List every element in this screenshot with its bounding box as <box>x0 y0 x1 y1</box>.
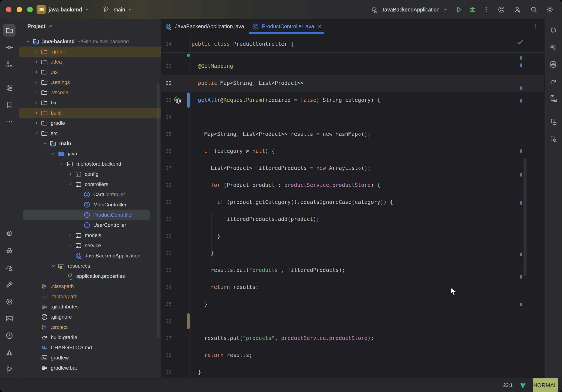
tree-item-resources[interactable]: resources <box>19 261 161 271</box>
tree-item-gradlew.bat[interactable]: gradlew.bat <box>19 363 161 373</box>
tree-item-.nx[interactable]: .nx <box>19 67 161 77</box>
branch-widget[interactable]: main <box>98 3 136 16</box>
tree-expand-icon[interactable] <box>23 39 32 44</box>
tree-expand-icon[interactable] <box>32 59 41 64</box>
tree-expand-icon[interactable] <box>32 90 41 95</box>
tree-expand-icon[interactable] <box>66 233 75 238</box>
tree-item-.vscode[interactable]: .vscode <box>19 87 161 98</box>
tab-options-icon[interactable]: ⋮ <box>532 23 539 30</box>
error-stripe-mark[interactable] <box>520 201 522 205</box>
code-line-23[interactable]: 23 getAll(@RequestParam(required = false… <box>161 92 544 109</box>
error-stripe-mark[interactable] <box>520 303 522 306</box>
close-tab-icon[interactable]: × <box>318 23 321 30</box>
tree-item-.project[interactable]: .project <box>19 322 161 332</box>
tree-item-bin[interactable]: bin <box>19 98 161 108</box>
tree-item-java[interactable]: java <box>19 149 161 159</box>
tree-expand-icon[interactable] <box>32 80 41 85</box>
code-line-14[interactable]: 14 public class ProductController { <box>161 36 544 53</box>
settings-icon[interactable] <box>545 5 555 14</box>
running-devices-icon[interactable] <box>547 92 560 105</box>
tree-item-CHANGELOG.md[interactable]: M CHANGELOG.md <box>19 343 161 353</box>
code-line-22[interactable]: 22 public Map<String, List<Product>> <box>161 75 544 92</box>
device-explorer-icon[interactable] <box>547 133 560 145</box>
error-stripe-mark[interactable] <box>520 56 522 60</box>
run-configuration-widget[interactable]: JavaBackendApplication <box>366 3 450 16</box>
tree-item-JavaBackendApplication[interactable]: JavaBackendApplication <box>19 251 161 261</box>
code-with-me-icon[interactable] <box>513 5 522 14</box>
tree-item-service[interactable]: service <box>19 240 161 251</box>
code-line-28[interactable]: 28 for (Product product : productService… <box>161 177 544 194</box>
tree-item-ProductController[interactable]: C ProductController <box>19 210 161 220</box>
tree-expand-icon[interactable] <box>66 243 75 248</box>
tree-expand-icon[interactable] <box>41 141 49 146</box>
tree-item-.gradle[interactable]: .gradle <box>19 47 161 57</box>
tree-item-MainController[interactable]: C MainController <box>19 200 161 210</box>
tree-expand-icon[interactable] <box>32 110 41 115</box>
code-line-29[interactable]: 29 if (product.getCategory().equalsIgnor… <box>161 194 544 211</box>
tree-item-.classpath[interactable]: .classpath <box>19 281 161 291</box>
tree-expand-icon[interactable] <box>32 121 41 125</box>
code-line-34[interactable]: 34 return results; <box>161 279 544 296</box>
tree-expand-icon[interactable] <box>32 49 41 54</box>
project-widget[interactable]: JB java-backend <box>34 3 93 16</box>
tree-item-.gitignore[interactable]: .gitignore <box>19 312 161 322</box>
caret-position[interactable]: 22:1 <box>503 382 513 388</box>
error-stripe-mark[interactable] <box>520 149 522 153</box>
terminal-tool-icon[interactable] <box>3 312 15 325</box>
run-button[interactable] <box>454 5 464 14</box>
code-line-36[interactable]: 36 <box>161 313 544 330</box>
tree-item-UserController[interactable]: C UserController <box>19 220 161 230</box>
problems-tool-icon[interactable] <box>3 330 15 342</box>
bookmarks-tool-icon[interactable] <box>3 99 15 111</box>
services-tool-icon[interactable] <box>3 296 15 308</box>
error-stripe-mark[interactable] <box>520 252 522 256</box>
code-line-27[interactable]: 27 List<Product> filteredProducts = new … <box>161 160 544 177</box>
code-line-39[interactable]: 39 } <box>161 364 544 378</box>
structure-tool-icon[interactable] <box>3 58 15 71</box>
tree-expand-icon[interactable] <box>32 131 41 136</box>
device-manager-icon[interactable] <box>547 116 560 128</box>
tree-item-config[interactable]: config <box>19 169 161 179</box>
tree-item-.gitattributes[interactable]: .gitattributes <box>19 302 161 312</box>
code-line-32[interactable]: 32 } <box>161 245 544 262</box>
tree-expand-icon[interactable] <box>66 182 75 187</box>
tree-item-application.properties[interactable]: application.properties <box>19 271 161 281</box>
tree-item-models[interactable]: models <box>19 230 161 240</box>
error-stripe-mark[interactable] <box>520 275 522 279</box>
code-line-26[interactable]: 26 if (category ≠ null) { <box>161 143 544 160</box>
hierarchy-tool-icon[interactable] <box>3 82 15 94</box>
tree-item-gradlew[interactable]: gradlew <box>19 353 161 363</box>
project-tool-icon[interactable] <box>3 24 15 36</box>
git-tool-icon[interactable] <box>3 364 15 376</box>
code-line-37[interactable]: 37 results.put("products", productServic… <box>161 330 544 347</box>
code-line-25[interactable]: 25 Map<String, List<Product>> results = … <box>161 126 544 143</box>
search-everywhere-icon[interactable] <box>529 5 539 14</box>
more-tools-icon[interactable] <box>3 116 15 128</box>
tree-item-main[interactable]: main <box>19 138 161 149</box>
error-stripe-mark[interactable] <box>520 86 522 90</box>
tree-item-java-backend[interactable]: java-backend ~/Github/java-backend <box>19 36 161 47</box>
inspection-ok-icon[interactable] <box>517 38 524 46</box>
code-line-21[interactable]: 21 @GetMapping <box>161 58 544 75</box>
tree-item-controllers[interactable]: controllers <box>19 179 161 190</box>
notifications-icon[interactable] <box>547 24 560 36</box>
ai-chat-icon[interactable] <box>547 41 560 54</box>
vim-plugin-icon[interactable] <box>519 381 527 389</box>
tree-expand-icon[interactable] <box>32 70 41 74</box>
tree-expand-icon[interactable] <box>66 172 75 177</box>
tree-item-.settings[interactable]: .settings <box>19 77 161 87</box>
code-line-33[interactable]: 33 results.put("products", filteredProdu… <box>161 262 544 279</box>
code-line-35[interactable]: 35 } <box>161 296 544 313</box>
copilot-cat-icon[interactable] <box>3 227 15 240</box>
project-panel-header[interactable]: Project <box>19 19 161 33</box>
warnings-icon[interactable] <box>3 346 15 359</box>
minimize-window-button[interactable] <box>17 7 22 12</box>
tree-expand-icon[interactable] <box>49 264 58 268</box>
commit-tool-icon[interactable] <box>3 41 15 54</box>
tree-item-build[interactable]: build <box>19 108 161 118</box>
code-line-31[interactable]: 31 } <box>161 228 544 245</box>
editor-scrollbar[interactable] <box>524 158 527 276</box>
tree-expand-icon[interactable] <box>32 100 41 105</box>
project-tree-scrollbar[interactable] <box>157 84 159 339</box>
tree-expand-icon[interactable] <box>58 162 66 166</box>
